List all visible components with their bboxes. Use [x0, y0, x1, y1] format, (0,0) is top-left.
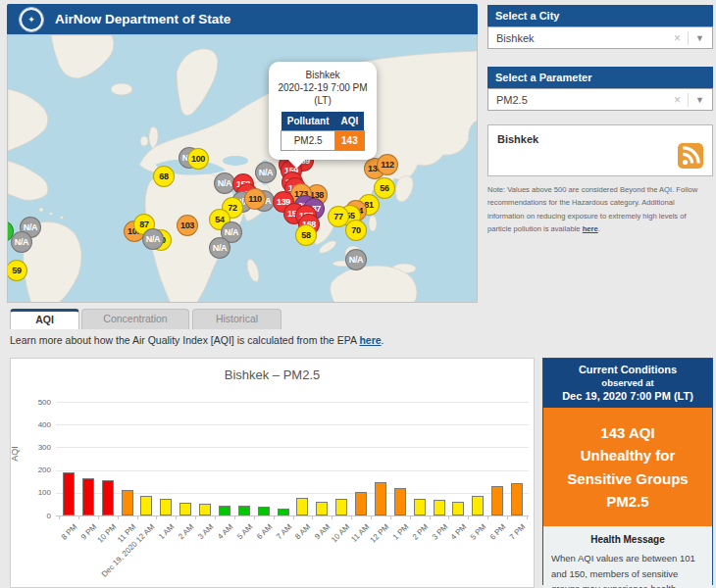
chart-bar	[335, 499, 347, 515]
popup-aqi-value: 143	[335, 131, 365, 151]
chart-xtick	[371, 515, 372, 519]
tab-concentration[interactable]: Concentration	[81, 309, 189, 329]
map-marker[interactable]: N/A	[345, 249, 367, 270]
chart-xtick	[215, 515, 216, 519]
chart-ytick-label: 0	[22, 512, 51, 520]
chart-xtick	[98, 515, 99, 519]
map-marker[interactable]: 110	[244, 188, 266, 210]
chart-xtick	[176, 515, 177, 519]
learn-more-text: Learn more about how the Air Quality Ind…	[10, 334, 359, 346]
rss-feed-box: Bishkek	[487, 124, 713, 176]
chart-xtick	[468, 515, 469, 519]
chart-ylabel: AQI	[10, 446, 20, 462]
chart-bar	[278, 509, 289, 515]
chart-xtick	[254, 515, 255, 519]
clear-icon[interactable]: ×	[674, 31, 681, 45]
learn-more-here-link[interactable]: here	[359, 334, 381, 346]
app-header: ✦ AirNow Department of State	[7, 4, 478, 34]
cc-observed: observed at	[547, 377, 708, 388]
chevron-down-icon[interactable]: ▼	[695, 33, 704, 43]
popup-city: Bishkek	[273, 69, 373, 81]
chart-bar	[179, 503, 191, 515]
map-marker[interactable]: N/A	[142, 228, 164, 250]
map-marker[interactable]: 68	[153, 166, 175, 187]
chart-bar	[296, 498, 308, 515]
cc-health-text: When AQI values are between 101 and 150,…	[551, 551, 704, 588]
chart-bar	[160, 499, 172, 515]
cc-aqi-block: 143 AQI Unhealthy for Sensitive Groups P…	[543, 408, 712, 526]
popup-table: Pollutant AQI PM2.5 143	[281, 112, 365, 151]
map-marker[interactable]: 112	[377, 154, 398, 175]
map-marker[interactable]: 58	[295, 224, 317, 246]
chart-bar	[238, 506, 250, 515]
dropdown-divider	[688, 31, 689, 45]
cc-pollutant: PM2.5	[549, 490, 706, 513]
chevron-down-icon[interactable]: ▼	[695, 95, 704, 105]
chart-bar	[414, 499, 426, 515]
chart-xtick	[195, 515, 196, 519]
current-conditions-panel: Current Conditions observed at Dec 19, 2…	[542, 358, 713, 585]
chart-bar	[122, 490, 133, 515]
tab-aqi[interactable]: AQI	[10, 309, 79, 329]
chart-ytick-label: 400	[22, 420, 51, 429]
chart-bar	[140, 496, 152, 515]
chart-bar	[355, 492, 367, 515]
learn-more: Learn more about how the Air Quality Ind…	[10, 334, 384, 346]
city-widget: Select a City Bishkek × ▼	[487, 5, 713, 49]
aqi-note: Note: Values above 500 are considered Be…	[487, 183, 711, 235]
chart-xtick	[487, 515, 488, 519]
chart-xtick	[156, 515, 157, 519]
popup-aqi-header: AQI	[335, 112, 365, 131]
chart-xtick	[293, 515, 294, 519]
chart-xtick	[274, 515, 275, 519]
chart-xtick	[137, 515, 138, 519]
parameter-widget: Select a Parameter PM2.5 × ▼	[487, 67, 713, 111]
chart-ytick-label: 500	[22, 398, 51, 407]
map-marker[interactable]: 103	[177, 215, 198, 236]
current-conditions-header: Current Conditions observed at Dec 19, 2…	[543, 359, 712, 408]
chart-gridline	[56, 402, 529, 403]
chart-gridline	[56, 470, 529, 471]
chart-bar	[316, 502, 328, 515]
map-popup: Bishkek 2020-12-19 7:00 PM (LT) Pollutan…	[269, 62, 377, 160]
chart-xtick	[234, 515, 235, 519]
note-here-link[interactable]: here	[583, 224, 598, 233]
popup-datetime: 2020-12-19 7:00 PM	[273, 81, 373, 94]
popup-pollutant-value: PM2.5	[281, 131, 335, 151]
cc-health-title: Health Message	[551, 534, 704, 545]
chart-bar	[82, 478, 94, 515]
cc-aqi-category: Unhealthy for Sensitive Groups	[549, 444, 706, 490]
world-map[interactable]: N/AN/A5968N/A1001038770N/A103N/AN/A15815…	[7, 34, 478, 303]
map-marker[interactable]: N/A	[255, 162, 277, 183]
map-marker[interactable]: 56	[374, 177, 395, 199]
map-marker[interactable]: N/A	[11, 231, 32, 253]
chart-bar	[219, 506, 230, 515]
parameter-select[interactable]: PM2.5 × ▼	[487, 88, 713, 111]
map-marker[interactable]: 59	[7, 260, 27, 281]
chart-ytick-label: 200	[22, 466, 51, 474]
chart-bar	[491, 486, 503, 515]
rss-icon[interactable]	[678, 143, 703, 169]
city-select-value: Bishkek	[496, 32, 535, 44]
tab-historical[interactable]: Historical	[192, 309, 281, 329]
cc-title: Current Conditions	[547, 364, 708, 375]
map-marker[interactable]: 70	[345, 220, 367, 241]
city-select[interactable]: Bishkek × ▼	[487, 26, 713, 49]
chart-gridline	[56, 424, 529, 425]
dropdown-divider	[688, 93, 689, 107]
chart-xtick	[507, 515, 508, 519]
app-title: AirNow Department of State	[55, 12, 230, 26]
clear-icon[interactable]: ×	[674, 93, 681, 107]
chart-bar	[63, 472, 75, 515]
chart-xtick	[59, 515, 60, 519]
chart-bar	[258, 507, 270, 515]
chart-xtick	[332, 515, 332, 519]
learn-more-suffix: .	[382, 334, 384, 346]
map-marker[interactable]: 100	[187, 148, 209, 170]
chart-xtick	[390, 515, 391, 519]
chart-title: Bishkek – PM2.5	[11, 368, 534, 382]
chart-xtick	[448, 515, 449, 519]
cc-aqi-value: 143 AQI	[549, 421, 706, 444]
popup-pollutant-header: Pollutant	[281, 112, 335, 131]
map-marker[interactable]: N/A	[209, 237, 230, 259]
